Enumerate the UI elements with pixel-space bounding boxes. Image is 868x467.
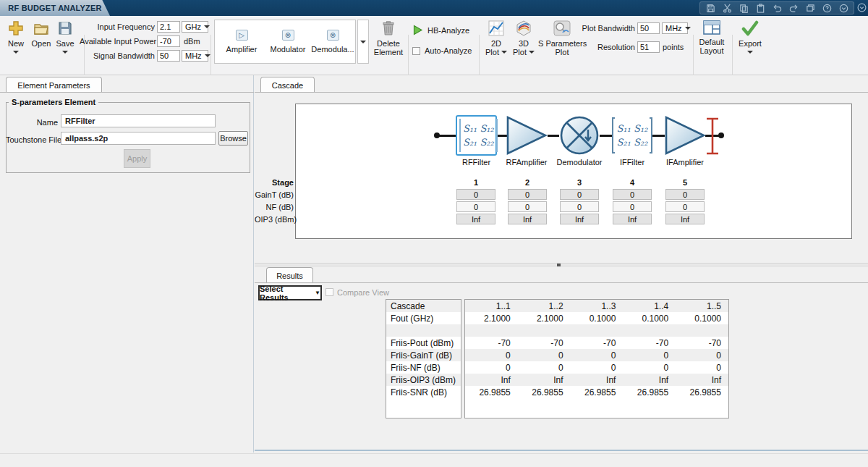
tab-results[interactable]: Results [266,267,313,283]
chevron-down-icon[interactable] [856,2,867,12]
tab-cascade[interactable]: Cascade [260,77,315,93]
stage-gaint-cell[interactable]: 0 [613,189,652,200]
signal-bandwidth-unit-dropdown[interactable]: MHz [182,50,208,62]
help-icon[interactable] [822,3,832,13]
export-button[interactable]: Export [735,20,765,54]
delete-element-button[interactable]: Delete Element [372,20,405,56]
hb-analyze-button[interactable]: HB-Analyze [412,25,469,35]
results-cell: 26.9855 [676,387,728,397]
stage-nf-cell[interactable]: 0 [665,201,705,212]
stage-oip3-cell[interactable]: Inf [665,214,705,224]
stage-oip3-cell[interactable]: Inf [456,214,495,224]
s-parameters-group-title: S-parameters Element [9,98,98,106]
results-table-labels[interactable]: CascadeFout (GHz)Friis-Pout (dBm)Friis-G… [386,299,461,418]
results-cell: 0 [571,363,624,373]
window-icon[interactable] [805,3,815,13]
play-icon [412,25,423,35]
name-field[interactable]: RFFilter [61,114,216,127]
gallery-item-amplifier[interactable]: ▷ Amplifier [218,20,265,63]
copy-icon[interactable] [739,3,749,13]
stage-gaint-cell[interactable]: 0 [508,189,547,200]
element-rfamplifier[interactable] [506,114,548,156]
element-rffilter[interactable]: S₁₁ S₁₂S₂₁ S₂₂ [456,115,497,156]
name-label: Name [10,118,58,127]
compare-view-checkbox[interactable] [326,288,333,296]
gallery-item-demodulator[interactable]: ⊗ Demodula... [310,20,355,63]
plot-bandwidth-field[interactable]: 50 [637,22,660,34]
resolution-label: Resolution [579,43,635,51]
results-cell: 1..2 [518,301,571,311]
touchstone-file-field[interactable]: allpass.s2p [61,132,216,145]
horizontal-splitter[interactable] [255,263,868,266]
save-icon[interactable] [705,3,715,13]
results-cell: 0 [518,350,571,361]
stage-oip3-cell[interactable]: Inf [613,214,652,224]
browse-button[interactable]: Browse [218,131,248,146]
tab-element-parameters[interactable]: Element Parameters [6,77,102,93]
chevron-down-icon [360,41,366,43]
undo-icon[interactable] [772,3,782,13]
chevron-down-icon [501,51,507,54]
default-layout-button[interactable]: Default Layout [696,20,728,55]
stage-nf-cell[interactable]: 0 [613,201,652,212]
element-iffilter[interactable]: S₁₁ S₁₂S₂₁ S₂₂ [612,117,652,153]
app-title-tab[interactable]: RF BUDGET ANALYZER [0,0,110,16]
chevron-down-icon[interactable] [62,51,68,54]
results-cell: -70 [465,338,518,348]
stage-row-label: OIP3 (dBm) [255,215,294,224]
select-results-button[interactable]: Select Results ▼ [258,285,322,300]
touchstone-file-label: Touchstone File [6,135,58,144]
results-cell: 1..1 [465,301,518,311]
stage-oip3-cell[interactable]: Inf [508,214,547,224]
plot-3d-button[interactable]: 3D Plot [511,20,537,56]
chevron-down-icon[interactable] [747,51,753,54]
auto-analyze-checkbox[interactable]: Auto-Analyze [412,46,472,55]
gallery-expand-button[interactable] [357,20,369,64]
apply-button[interactable]: Apply [124,149,150,168]
input-frequency-field[interactable]: 2.1 [157,21,180,33]
element-demodulator[interactable] [559,115,600,156]
results-cell: 0 [465,350,518,361]
results-cell: Inf [676,375,728,385]
redo-icon[interactable] [788,3,799,13]
results-value-row: 00000 [465,361,728,374]
stage-nf-cell[interactable]: 0 [508,201,547,212]
element-label-iffilter: IFFilter [612,158,652,167]
stage-nf-cell[interactable]: 0 [456,201,495,212]
quick-access-toolbar [699,1,854,14]
plot-2d-button[interactable]: 2D Plot [483,20,509,56]
new-button[interactable]: New [6,20,26,54]
resolution-unit: points [663,43,684,51]
results-table-values[interactable]: 1..11..21..31..41..52.10002.10000.10000.… [464,299,729,418]
stage-gaint-cell[interactable]: 0 [456,189,495,200]
input-frequency-unit-dropdown[interactable]: GHz [182,21,208,33]
results-cell: 2.1000 [518,314,571,324]
resolution-field[interactable]: 51 [637,41,660,53]
stage-gaint-cell[interactable]: 0 [665,189,705,200]
results-value-row: 00000 [465,349,728,361]
results-cell: Inf [518,375,571,385]
demodulator-icon: ⊗ [327,30,339,41]
results-label-row: Fout (GHz) [386,312,461,324]
save-button[interactable]: Save [55,20,75,54]
trash-icon [381,20,396,36]
chevron-down-icon[interactable] [838,3,848,13]
signal-bandwidth-field[interactable]: 50 [157,50,180,62]
results-row-label: Friis-SNR (dB) [386,387,447,397]
element-ifamplifier[interactable] [665,114,707,156]
input-power-field[interactable]: -70 [157,35,180,47]
input-node-icon [434,132,440,138]
input-power-unit: dBm [184,37,200,46]
open-button[interactable]: Open [30,20,53,48]
plot-bandwidth-unit-dropdown[interactable]: MHz [662,22,688,34]
stage-oip3-cell[interactable]: Inf [560,214,599,224]
results-cell: 26.9855 [465,387,518,397]
paste-icon[interactable] [755,3,765,13]
stage-nf-cell[interactable]: 0 [560,201,599,212]
stage-gaint-cell[interactable]: 0 [560,189,599,200]
gallery-item-modulator[interactable]: ⊗ Modulator [265,20,310,63]
results-cell: 0.1000 [676,314,728,324]
splitter-grip[interactable] [557,264,561,266]
cut-icon[interactable] [722,3,732,13]
chevron-down-icon[interactable] [13,51,19,54]
